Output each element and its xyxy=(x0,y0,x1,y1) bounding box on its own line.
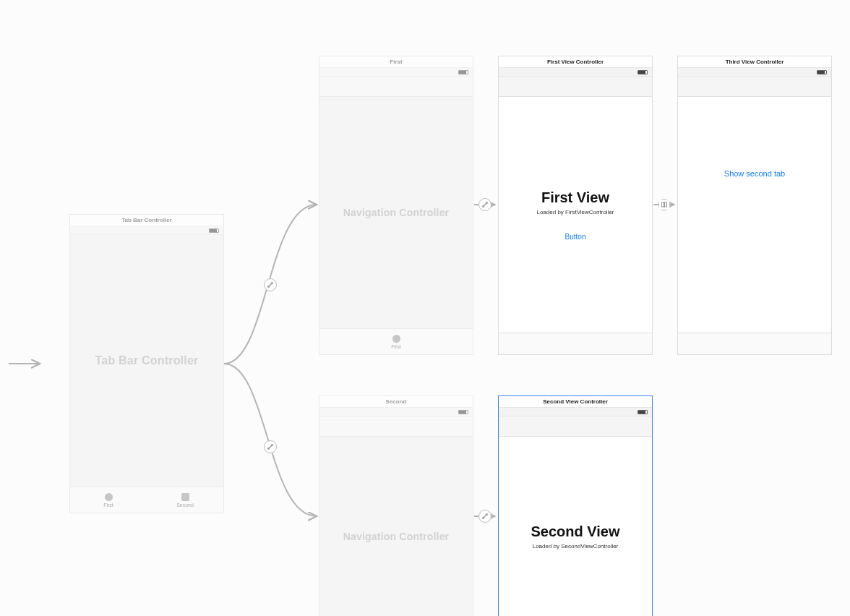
svg-line-6 xyxy=(483,202,487,207)
scene-body: Second View Loaded by SecondViewControll… xyxy=(499,437,652,616)
battery-icon xyxy=(638,410,648,414)
scene-title: Second xyxy=(319,396,473,408)
placeholder-label: Tab Bar Controller xyxy=(95,354,199,367)
scene-title: First View Controller xyxy=(499,56,652,68)
status-bar xyxy=(678,68,831,77)
scene-tab-bar-controller[interactable]: Tab Bar Controller Tab Bar Controller Fi… xyxy=(69,214,224,513)
navigation-bar xyxy=(319,77,473,97)
scene-third-view-controller[interactable]: Third View Controller Show second tab xyxy=(677,56,832,355)
placeholder-label: Navigation Controller xyxy=(343,207,450,218)
scene-first-view-controller[interactable]: First View Controller First View Loaded … xyxy=(498,56,653,355)
scene-body: Navigation Controller xyxy=(319,97,473,328)
navigation-bar xyxy=(319,416,473,437)
navigation-bar xyxy=(499,416,652,437)
scene-body: First View Loaded by FirstViewController… xyxy=(499,97,652,333)
tab-item-second[interactable]: Second xyxy=(147,487,223,513)
subheading-label: Loaded by SecondViewController xyxy=(533,543,619,549)
heading-label: Second View xyxy=(531,523,619,540)
segue-relationship-icon[interactable] xyxy=(264,278,277,291)
tab-bar: First xyxy=(319,328,473,354)
scene-body: Show second tab xyxy=(678,97,831,333)
heading-label: First View xyxy=(541,189,609,206)
scene-navigation-controller-second[interactable]: Second Navigation Controller xyxy=(319,395,473,616)
segue-relationship-icon[interactable] xyxy=(478,198,491,211)
scene-body: Tab Bar Controller xyxy=(70,235,223,487)
status-bar xyxy=(499,68,652,77)
scene-title: Tab Bar Controller xyxy=(70,215,223,226)
circle-icon xyxy=(392,335,400,343)
tab-label: First xyxy=(103,502,113,508)
status-bar xyxy=(499,408,652,416)
circle-icon xyxy=(105,493,113,501)
battery-icon xyxy=(638,70,648,74)
segue-show-icon[interactable] xyxy=(658,199,670,210)
subheading-label: Loaded by FirstViewController xyxy=(536,209,614,215)
tab-bar: First Second xyxy=(70,487,223,513)
battery-icon xyxy=(458,70,468,74)
tab-item-first[interactable]: First xyxy=(70,487,147,513)
svg-line-3 xyxy=(268,445,272,449)
tab-label: First xyxy=(391,344,401,349)
svg-line-9 xyxy=(483,514,487,518)
tab-label: Second xyxy=(176,502,194,508)
segue-relationship-icon[interactable] xyxy=(478,510,491,523)
tab-bar xyxy=(678,333,831,354)
battery-icon xyxy=(458,410,468,414)
status-bar xyxy=(319,408,473,416)
status-bar xyxy=(319,68,473,77)
scene-title: Third View Controller xyxy=(678,56,831,68)
scene-title: First xyxy=(319,56,473,68)
storyboard-canvas[interactable]: Tab Bar Controller Tab Bar Controller Fi… xyxy=(0,0,850,616)
svg-line-0 xyxy=(268,283,272,287)
square-icon xyxy=(181,493,189,501)
tab-bar xyxy=(499,333,652,354)
scene-body: Navigation Controller xyxy=(319,437,473,616)
navigation-bar xyxy=(678,77,831,97)
navigation-bar xyxy=(499,77,652,97)
segue-relationship-icon[interactable] xyxy=(264,440,277,453)
placeholder-label: Navigation Controller xyxy=(343,531,450,542)
battery-icon xyxy=(817,70,827,74)
scene-navigation-controller-first[interactable]: First Navigation Controller First xyxy=(319,56,473,355)
scene-second-view-controller[interactable]: Second View Controller Second View Loade… xyxy=(498,395,653,616)
button[interactable]: Button xyxy=(565,233,586,241)
battery-icon xyxy=(209,228,219,233)
show-second-tab-button[interactable]: Show second tab xyxy=(724,169,785,178)
tab-item-first[interactable]: First xyxy=(374,329,418,354)
status-bar xyxy=(70,226,223,235)
scene-title: Second View Controller xyxy=(499,396,652,408)
